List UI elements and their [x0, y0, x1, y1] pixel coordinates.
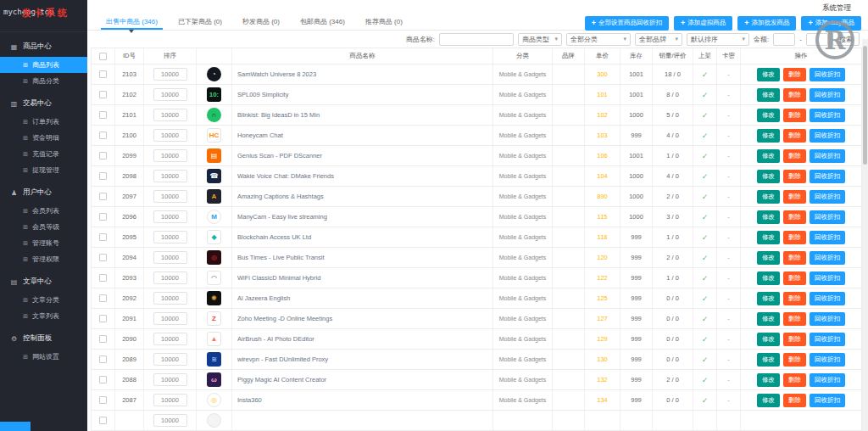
toolbar-button-添加批发商品[interactable]: +添加批发商品 — [737, 16, 796, 31]
search-button[interactable]: 搜索 — [832, 32, 860, 46]
delete-button[interactable]: 删除 — [783, 373, 806, 387]
edit-button[interactable]: 修改 — [757, 271, 780, 285]
edit-button[interactable]: 修改 — [757, 231, 780, 244]
row-checkbox[interactable] — [99, 152, 107, 160]
recycle-discount-button[interactable]: 回收折扣 — [810, 394, 845, 407]
sort-input[interactable] — [153, 231, 187, 243]
row-checkbox[interactable] — [99, 355, 107, 363]
sort-input[interactable] — [153, 394, 187, 406]
amount-max-input[interactable] — [806, 33, 828, 46]
sidebar-section-用户中心[interactable]: ♟用户中心 — [0, 182, 87, 203]
row-checkbox[interactable] — [99, 132, 107, 139]
sidebar-item-管理账号[interactable]: ⊞管理账号 — [0, 235, 87, 251]
delete-button[interactable]: 删除 — [783, 353, 806, 367]
recycle-discount-button[interactable]: 回收折扣 — [810, 251, 845, 265]
sort-input[interactable] — [153, 210, 187, 223]
row-checkbox[interactable] — [99, 274, 107, 282]
tab-出售中商品 (346)[interactable]: 出售中商品 (346) — [96, 13, 168, 31]
delete-button[interactable]: 删除 — [783, 312, 806, 326]
recycle-discount-button[interactable]: 回收折扣 — [810, 231, 845, 244]
tab-推荐商品 (0)[interactable]: 推荐商品 (0) — [355, 13, 413, 31]
edit-button[interactable]: 修改 — [757, 394, 780, 407]
brand-select[interactable]: 全部品牌▾ — [635, 33, 682, 46]
row-checkbox[interactable] — [99, 254, 107, 261]
sort-input[interactable] — [153, 333, 187, 345]
sort-input[interactable] — [153, 414, 187, 427]
delete-button[interactable]: 删除 — [783, 149, 806, 163]
delete-button[interactable]: 删除 — [783, 129, 806, 143]
recycle-discount-button[interactable]: 回收折扣 — [810, 333, 845, 346]
edit-button[interactable]: 修改 — [757, 210, 780, 224]
sort-input[interactable] — [153, 88, 187, 101]
delete-button[interactable]: 删除 — [783, 190, 806, 204]
toolbar-button-添加ebay商品[interactable]: +添加ebay商品 — [801, 16, 861, 31]
recycle-discount-button[interactable]: 回收折扣 — [810, 210, 845, 224]
row-checkbox[interactable] — [99, 335, 107, 343]
recycle-discount-button[interactable]: 回收折扣 — [810, 149, 845, 163]
edit-button[interactable]: 修改 — [757, 353, 780, 367]
recycle-discount-button[interactable]: 回收折扣 — [810, 271, 845, 285]
recycle-discount-button[interactable]: 回收折扣 — [810, 88, 845, 102]
sidebar-section-商品中心[interactable]: ▦商品中心 — [0, 36, 87, 57]
recycle-discount-button[interactable]: 回收折扣 — [810, 190, 845, 204]
edit-button[interactable]: 修改 — [757, 149, 780, 163]
recycle-discount-button[interactable]: 回收折扣 — [810, 353, 845, 367]
row-checkbox[interactable] — [99, 376, 107, 383]
sort-input[interactable] — [153, 149, 187, 162]
sidebar-item-管理权限[interactable]: ⊞管理权限 — [0, 251, 87, 267]
row-checkbox[interactable] — [99, 172, 107, 180]
delete-button[interactable]: 删除 — [783, 333, 806, 346]
recycle-discount-button[interactable]: 回收折扣 — [810, 373, 845, 387]
product-name-input[interactable] — [439, 33, 514, 46]
recycle-discount-button[interactable]: 回收折扣 — [810, 170, 845, 183]
scrollbar-thumb[interactable] — [863, 46, 867, 165]
sort-input[interactable] — [153, 251, 187, 264]
sort-input[interactable] — [153, 353, 187, 366]
sidebar-item-充值记录[interactable]: ⊞充值记录 — [0, 146, 87, 162]
recycle-discount-button[interactable]: 回收折扣 — [810, 312, 845, 326]
edit-button[interactable]: 修改 — [757, 190, 780, 204]
delete-button[interactable]: 删除 — [783, 231, 806, 244]
edit-button[interactable]: 修改 — [757, 333, 780, 346]
tab-包邮商品 (346)[interactable]: 包邮商品 (346) — [290, 13, 355, 31]
delete-button[interactable]: 删除 — [783, 292, 806, 305]
edit-button[interactable]: 修改 — [757, 312, 780, 326]
select-all-checkbox[interactable] — [99, 53, 107, 60]
delete-button[interactable]: 删除 — [783, 88, 806, 102]
scrollbar-track[interactable] — [862, 39, 868, 431]
row-checkbox[interactable] — [99, 91, 107, 98]
sidebar-item-商品分类[interactable]: ⊞商品分类 — [0, 73, 87, 89]
sidebar-item-订单列表[interactable]: ⊞订单列表 — [0, 114, 87, 130]
edit-button[interactable]: 修改 — [757, 292, 780, 305]
sort-input[interactable] — [153, 109, 187, 121]
recycle-discount-button[interactable]: 回收折扣 — [810, 109, 845, 122]
sidebar-item-提现管理[interactable]: ⊞提现管理 — [0, 162, 87, 178]
row-checkbox[interactable] — [99, 396, 107, 404]
edit-button[interactable]: 修改 — [757, 68, 780, 81]
sidebar-section-交易中心[interactable]: ▥交易中心 — [0, 93, 87, 114]
delete-button[interactable]: 删除 — [783, 170, 806, 183]
category-select[interactable]: 全部分类▾ — [566, 33, 631, 46]
edit-button[interactable]: 修改 — [757, 129, 780, 143]
sidebar-item-资金明细[interactable]: ⊞资金明细 — [0, 130, 87, 146]
row-checkbox[interactable] — [99, 294, 107, 302]
edit-button[interactable]: 修改 — [757, 373, 780, 387]
sort-input[interactable] — [153, 292, 187, 305]
amount-min-input[interactable] — [773, 33, 795, 46]
sidebar-section-控制面板[interactable]: ⚙控制面板 — [0, 328, 87, 349]
recycle-discount-button[interactable]: 回收折扣 — [810, 292, 845, 305]
sidebar-section-文章中心[interactable]: ▤文章中心 — [0, 271, 87, 292]
edit-button[interactable]: 修改 — [757, 109, 780, 122]
edit-button[interactable]: 修改 — [757, 251, 780, 265]
row-checkbox[interactable] — [99, 315, 107, 322]
sort-order-select[interactable]: 默认排序▾ — [687, 33, 749, 46]
sort-input[interactable] — [153, 373, 187, 386]
delete-button[interactable]: 删除 — [783, 271, 806, 285]
row-checkbox[interactable] — [99, 417, 107, 424]
row-checkbox[interactable] — [99, 70, 107, 78]
delete-button[interactable]: 删除 — [783, 109, 806, 122]
recycle-discount-button[interactable]: 回收折扣 — [810, 129, 845, 143]
tab-秒发商品 (0)[interactable]: 秒发商品 (0) — [232, 13, 290, 31]
toolbar-button-添加虚拟商品[interactable]: +添加虚拟商品 — [674, 16, 732, 31]
row-checkbox[interactable] — [99, 213, 107, 221]
